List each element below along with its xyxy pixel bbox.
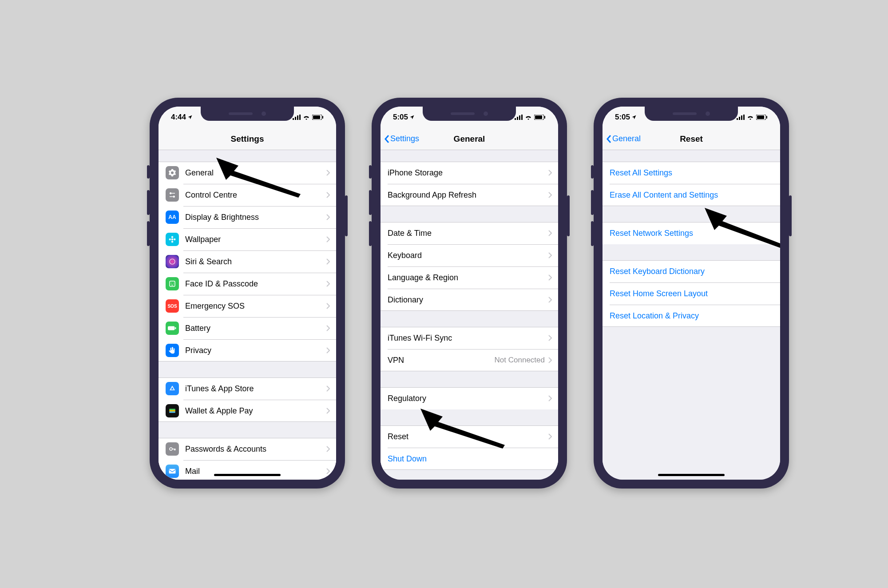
settings-list[interactable]: General Control Centre AA Display & Brig… xyxy=(159,150,336,480)
chevron-right-icon xyxy=(548,357,552,363)
row-itunes-appstore[interactable]: iTunes & App Store xyxy=(159,377,336,400)
row-label: Reset Network Settings xyxy=(610,229,780,238)
row-battery[interactable]: Battery xyxy=(159,317,336,339)
chevron-right-icon xyxy=(548,433,552,440)
home-indicator[interactable] xyxy=(658,474,725,476)
row-faceid-passcode[interactable]: Face ID & Passcode xyxy=(159,273,336,295)
row-iphone-storage[interactable]: iPhone Storage xyxy=(381,162,558,184)
status-time: 4:44 xyxy=(171,113,186,122)
row-label: Wallet & Apple Pay xyxy=(185,406,326,416)
chevron-right-icon xyxy=(326,385,330,392)
battery-icon xyxy=(756,115,768,120)
chevron-right-icon xyxy=(548,335,552,341)
notch xyxy=(201,107,294,121)
row-control-centre[interactable]: Control Centre xyxy=(159,184,336,206)
row-reset-keyboard-dictionary[interactable]: Reset Keyboard Dictionary xyxy=(603,260,780,282)
hand-icon xyxy=(166,344,179,357)
chevron-right-icon xyxy=(326,236,330,242)
row-shutdown[interactable]: Shut Down xyxy=(381,448,558,470)
row-label: Privacy xyxy=(185,346,326,355)
row-general[interactable]: General xyxy=(159,162,336,184)
row-wallet-applepay[interactable]: Wallet & Apple Pay xyxy=(159,400,336,422)
row-itunes-wifi-sync[interactable]: iTunes Wi-Fi Sync xyxy=(381,327,558,349)
cellular-icon xyxy=(737,115,745,120)
row-label: Face ID & Passcode xyxy=(185,279,326,289)
svg-rect-42 xyxy=(757,115,764,119)
row-date-time[interactable]: Date & Time xyxy=(381,222,558,244)
svg-point-7 xyxy=(170,192,172,195)
svg-rect-5 xyxy=(313,115,320,119)
key-icon xyxy=(166,442,179,456)
row-label: Erase All Content and Settings xyxy=(610,191,780,200)
page-title: Reset xyxy=(680,134,703,144)
svg-rect-1 xyxy=(295,117,296,120)
row-emergency-sos[interactable]: SOS Emergency SOS xyxy=(159,295,336,317)
row-erase-all[interactable]: Erase All Content and Settings xyxy=(603,184,780,206)
battery-icon xyxy=(312,115,324,120)
sliders-icon xyxy=(166,188,179,202)
flower-icon xyxy=(166,233,179,246)
row-privacy[interactable]: Privacy xyxy=(159,339,336,362)
svg-rect-21 xyxy=(175,327,176,330)
svg-rect-30 xyxy=(517,117,518,120)
chevron-right-icon xyxy=(326,408,330,414)
svg-point-25 xyxy=(170,448,172,450)
notch xyxy=(645,107,738,121)
chevron-right-icon xyxy=(326,347,330,354)
row-mail[interactable]: Mail xyxy=(159,460,336,480)
svg-rect-2 xyxy=(297,115,298,120)
svg-rect-24 xyxy=(169,412,175,413)
svg-point-14 xyxy=(169,238,171,241)
reset-list[interactable]: Reset All Settings Erase All Content and… xyxy=(603,150,780,480)
sos-icon: SOS xyxy=(166,299,179,313)
back-button[interactable]: Settings xyxy=(384,128,419,150)
row-regulatory[interactable]: Regulatory xyxy=(381,387,558,409)
home-indicator[interactable] xyxy=(214,474,281,476)
wallet-icon xyxy=(166,404,179,417)
row-reset-all-settings[interactable]: Reset All Settings xyxy=(603,162,780,184)
row-dictionary[interactable]: Dictionary xyxy=(381,289,558,311)
svg-rect-0 xyxy=(293,118,294,120)
row-display-brightness[interactable]: AA Display & Brightness xyxy=(159,206,336,228)
row-language-region[interactable]: Language & Region xyxy=(381,266,558,289)
row-label: Reset Keyboard Dictionary xyxy=(610,267,780,276)
row-label: Reset Location & Privacy xyxy=(610,311,780,321)
back-button[interactable]: General xyxy=(606,128,641,150)
general-list[interactable]: iPhone Storage Background App Refresh Da… xyxy=(381,150,558,480)
svg-point-18 xyxy=(171,283,172,284)
svg-rect-6 xyxy=(322,116,323,119)
row-label: Control Centre xyxy=(185,191,326,200)
row-label: Language & Region xyxy=(388,273,548,282)
chevron-right-icon xyxy=(326,325,330,331)
svg-rect-32 xyxy=(521,115,523,120)
row-wallpaper[interactable]: Wallpaper xyxy=(159,228,336,250)
nav-bar: Settings General xyxy=(381,128,558,150)
row-label: Emergency SOS xyxy=(185,302,326,311)
row-keyboard[interactable]: Keyboard xyxy=(381,244,558,266)
svg-rect-39 xyxy=(741,115,742,120)
row-label: VPN xyxy=(388,356,495,365)
chevron-right-icon xyxy=(548,297,552,303)
volume-down-button xyxy=(147,221,150,246)
row-siri-search[interactable]: Siri & Search xyxy=(159,250,336,273)
back-label: General xyxy=(612,134,641,143)
svg-rect-8 xyxy=(172,193,175,194)
row-label: General xyxy=(185,168,326,178)
svg-rect-26 xyxy=(169,469,176,474)
svg-rect-35 xyxy=(544,116,545,119)
row-reset-location-privacy[interactable]: Reset Location & Privacy xyxy=(603,305,780,327)
location-icon xyxy=(631,115,637,120)
row-vpn[interactable]: VPN Not Connected xyxy=(381,349,558,371)
row-bg-app-refresh[interactable]: Background App Refresh xyxy=(381,184,558,206)
wifi-icon xyxy=(747,115,754,120)
svg-rect-22 xyxy=(169,409,175,410)
row-passwords-accounts[interactable]: Passwords & Accounts xyxy=(159,438,336,460)
row-reset-network-settings[interactable]: Reset Network Settings xyxy=(603,222,780,244)
volume-up-button xyxy=(369,190,372,215)
row-reset-home-screen-layout[interactable]: Reset Home Screen Layout xyxy=(603,282,780,305)
svg-rect-10 xyxy=(170,196,173,197)
row-reset[interactable]: Reset xyxy=(381,425,558,448)
power-button xyxy=(789,195,792,236)
cellular-icon xyxy=(293,115,301,120)
row-label: Reset xyxy=(388,432,548,441)
